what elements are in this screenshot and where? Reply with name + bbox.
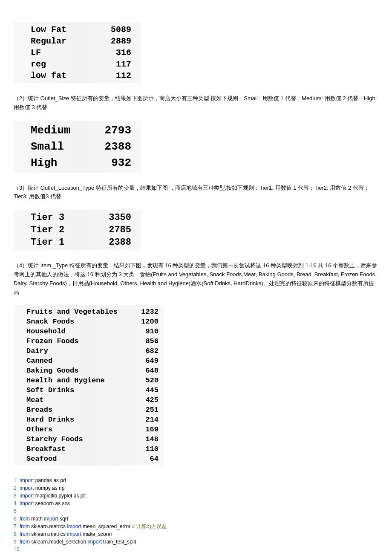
row-label: Dairy <box>14 347 133 355</box>
row-value: 251 <box>133 406 164 414</box>
row-value: 148 <box>133 435 164 443</box>
row-label: Tier 2 <box>14 225 90 235</box>
line-number: 5 <box>14 507 17 515</box>
table-row: LF316 <box>14 47 141 58</box>
table-row: Soft Drinks445 <box>14 385 164 395</box>
line-number: 1 <box>14 477 17 484</box>
row-value: 445 <box>133 386 164 394</box>
table-row: High932 <box>14 155 141 171</box>
table-row: Breakfast110 <box>14 444 164 454</box>
row-label: Meat <box>14 396 133 404</box>
row-label: Starchy Foods <box>14 435 133 443</box>
row-label: Canned <box>14 357 133 365</box>
code-line: 8 from sklearn.metrics import make_score… <box>14 530 378 538</box>
code-line: 10 <box>14 546 378 553</box>
row-label: Snack Foods <box>14 318 133 326</box>
row-label: Soft Drinks <box>14 386 133 394</box>
row-label: Low Fat <box>14 25 90 35</box>
row-value: 682 <box>133 347 164 355</box>
row-label: Breakfast <box>14 445 133 453</box>
code-line: 7 from sklearn.metrics import mean_squar… <box>14 523 378 530</box>
table-row: Snack Foods1200 <box>14 317 164 327</box>
paragraph-2: （2）统计 Outlet_Size 特征所有的变量，结果如下图所示，商店大小有三… <box>14 94 378 112</box>
paragraph-4: （4）统计 Item _Type 特征所有的变量，结果如下图，发现有 16 种类… <box>14 261 378 297</box>
row-value: 169 <box>133 425 164 434</box>
code-line: 5 <box>14 507 378 515</box>
row-value: 64 <box>133 455 164 463</box>
outlet-size-table: Medium2793Small2388High932 <box>14 121 141 173</box>
table-row: Hard Drinks214 <box>14 415 164 425</box>
row-value: 910 <box>133 327 164 335</box>
row-value: 110 <box>133 445 164 453</box>
row-label: Household <box>14 327 133 335</box>
row-value: 1232 <box>133 308 164 316</box>
row-label: High <box>14 156 90 169</box>
table-row: Breads251 <box>14 405 164 415</box>
line-number: 7 <box>14 523 17 530</box>
table-row: Medium2793 <box>14 122 141 139</box>
row-label: Hard Drinks <box>14 416 133 424</box>
line-number: 3 <box>14 492 17 500</box>
code-line: 11 from sklearn.model_selection import G… <box>14 553 378 555</box>
row-value: 316 <box>90 48 141 58</box>
line-number: 9 <box>14 538 17 546</box>
row-label: Seafood <box>14 455 133 463</box>
row-label: reg <box>14 59 90 69</box>
table-row: Low Fat5089 <box>14 24 141 35</box>
row-label: Others <box>14 425 133 434</box>
row-label: Regular <box>14 36 90 46</box>
row-value: 520 <box>133 376 164 384</box>
table-row: Meat425 <box>14 395 164 405</box>
table-row: Regular2889 <box>14 35 141 47</box>
row-value: 5089 <box>90 25 141 35</box>
table-row: Household910 <box>14 327 164 336</box>
row-value: 856 <box>133 337 164 345</box>
row-value: 932 <box>90 156 141 169</box>
row-value: 2388 <box>90 237 141 248</box>
paragraph-3: （3）统计 Outlet_Location_Type 特征所有的变量，结果如下图… <box>14 184 378 202</box>
row-value: 112 <box>90 71 141 81</box>
row-value: 2388 <box>90 140 141 153</box>
row-label: Tier 3 <box>14 212 90 223</box>
table-row: Baking Goods648 <box>14 366 164 376</box>
table-row: Tier 22785 <box>14 224 141 236</box>
table-row: Canned649 <box>14 356 164 366</box>
code-line: 6 from math import sqrt <box>14 515 378 523</box>
row-label: Tier 1 <box>14 237 90 248</box>
row-value: 649 <box>133 357 164 365</box>
row-value: 2889 <box>90 36 141 46</box>
line-number: 8 <box>14 530 17 538</box>
table-row: Starchy Foods148 <box>14 434 164 444</box>
table-row: Tier 33350 <box>14 211 141 224</box>
table-row: Others169 <box>14 425 164 434</box>
row-value: 2785 <box>90 225 141 235</box>
row-label: Breads <box>14 406 133 414</box>
code-line: 2 import numpy as np <box>14 484 378 492</box>
table-row: Small2388 <box>14 139 141 155</box>
line-number: 10 <box>14 546 19 553</box>
row-value: 117 <box>90 59 141 69</box>
item-type-table: Fruits and Vegetables1232Snack Foods1200… <box>14 305 164 465</box>
fat-content-table: Low Fat5089Regular2889LF316reg117low fat… <box>14 22 141 83</box>
table-row: Seafood64 <box>14 454 164 464</box>
line-number: 4 <box>14 500 17 507</box>
table-row: Fruits and Vegetables1232 <box>14 307 164 317</box>
row-value: 214 <box>133 416 164 424</box>
line-number: 2 <box>14 484 17 492</box>
outlet-location-table: Tier 33350Tier 22785Tier 12388 <box>14 210 141 250</box>
row-label: low fat <box>14 71 90 81</box>
row-value: 425 <box>133 396 164 404</box>
table-row: Health and Hygiene520 <box>14 376 164 385</box>
row-label: Medium <box>14 124 90 137</box>
row-value: 3350 <box>90 212 141 223</box>
code-block-imports: 1 import pandas as pd2 import numpy as n… <box>14 477 378 555</box>
table-row: Dairy682 <box>14 346 164 356</box>
table-row: low fat112 <box>14 70 141 81</box>
code-line: 9 from sklearn.model_selection import tr… <box>14 538 378 546</box>
line-number: 11 <box>14 553 19 555</box>
table-row: Frozen Foods856 <box>14 336 164 346</box>
table-row: reg117 <box>14 58 141 70</box>
code-line: 4 import seaborn as sns <box>14 500 378 507</box>
line-number: 6 <box>14 515 17 523</box>
code-line: 1 import pandas as pd <box>14 477 378 484</box>
